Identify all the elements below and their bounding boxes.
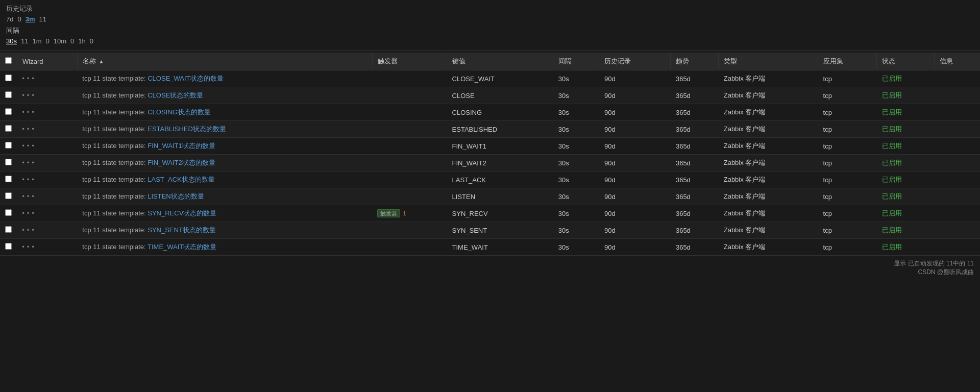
row-appset: tcp	[818, 172, 877, 188]
row-checkbox[interactable]	[5, 209, 12, 216]
row-dot-menu[interactable]: • • •	[17, 121, 78, 138]
header-checkbox-cell[interactable]	[0, 53, 17, 70]
row-name-link[interactable]: SYN_SENT状态的数量	[148, 226, 216, 234]
row-status[interactable]: 已启用	[877, 87, 935, 104]
row-checkbox-cell[interactable]	[0, 87, 17, 104]
row-name-prefix: tcp 11 state template:	[82, 108, 148, 116]
row-name-link[interactable]: TIME_WAIT状态的数量	[148, 243, 216, 251]
row-checkbox-cell[interactable]	[0, 138, 17, 155]
row-checkbox[interactable]	[5, 142, 12, 149]
footer-watermark: CSDN @愿听风成曲	[918, 268, 974, 276]
row-checkbox-cell[interactable]	[0, 222, 17, 239]
row-dot-menu[interactable]: • • •	[17, 222, 78, 239]
history-filter-3m[interactable]: 3m	[26, 15, 35, 23]
row-checkbox-cell[interactable]	[0, 121, 17, 138]
row-status[interactable]: 已启用	[877, 239, 935, 256]
header-info: 信息	[935, 53, 980, 70]
row-checkbox[interactable]	[5, 176, 12, 182]
row-dot-menu[interactable]: • • •	[17, 87, 78, 104]
row-checkbox-cell[interactable]	[0, 104, 17, 121]
row-key: TIME_WAIT	[447, 239, 553, 256]
row-appset: tcp	[818, 205, 877, 222]
interval-filter-10m[interactable]: 10m	[54, 37, 66, 45]
row-history: 90d	[599, 70, 671, 87]
row-checkbox-cell[interactable]	[0, 172, 17, 188]
row-trigger[interactable]: 触发器 1	[372, 205, 447, 222]
row-checkbox-cell[interactable]	[0, 205, 17, 222]
row-checkbox[interactable]	[5, 108, 12, 115]
header-trend: 趋势	[671, 53, 719, 70]
row-name-link[interactable]: CLOSE状态的数量	[148, 91, 203, 99]
row-status[interactable]: 已启用	[877, 121, 935, 138]
row-appset: tcp	[818, 70, 877, 87]
row-checkbox-cell[interactable]	[0, 155, 17, 172]
row-status[interactable]: 已启用	[877, 138, 935, 155]
row-name: tcp 11 state template: ESTABLISHED状态的数量	[77, 121, 372, 138]
row-dot-menu[interactable]: • • •	[17, 104, 78, 121]
row-interval: 30s	[553, 104, 599, 121]
row-trend: 365d	[671, 87, 719, 104]
row-history: 90d	[599, 172, 671, 188]
table-row: • • •tcp 11 state template: CLOSE_WAIT状态…	[0, 70, 980, 87]
row-dot-menu[interactable]: • • •	[17, 70, 78, 87]
row-dot-menu[interactable]: • • •	[17, 172, 78, 188]
row-name-link[interactable]: CLOSE_WAIT状态的数量	[148, 75, 223, 82]
row-checkbox-cell[interactable]	[0, 188, 17, 205]
header-name[interactable]: 名称 ▲	[77, 53, 372, 70]
interval-label: 间隔	[6, 26, 974, 35]
row-status[interactable]: 已启用	[877, 172, 935, 188]
row-history: 90d	[599, 239, 671, 256]
row-name-link[interactable]: LISTEN状态的数量	[148, 192, 204, 200]
row-appset: tcp	[818, 138, 877, 155]
header-appset: 应用集	[818, 53, 877, 70]
row-info	[935, 172, 980, 188]
row-status[interactable]: 已启用	[877, 188, 935, 205]
row-name-link[interactable]: LAST_ACK状态的数量	[148, 176, 214, 183]
row-dot-menu[interactable]: • • •	[17, 155, 78, 172]
row-checkbox-cell[interactable]	[0, 239, 17, 256]
interval-filter-30s[interactable]: 30s	[6, 37, 17, 45]
row-status[interactable]: 已启用	[877, 155, 935, 172]
row-name-prefix: tcp 11 state template:	[82, 176, 148, 183]
row-name-link[interactable]: FIN_WAIT1状态的数量	[148, 142, 215, 150]
row-dot-menu[interactable]: • • •	[17, 205, 78, 222]
interval-filter-1h[interactable]: 1h	[78, 37, 85, 45]
row-history: 90d	[599, 87, 671, 104]
row-dot-menu[interactable]: • • •	[17, 239, 78, 256]
row-info	[935, 70, 980, 87]
row-history: 90d	[599, 188, 671, 205]
row-key: FIN_WAIT1	[447, 138, 553, 155]
row-name: tcp 11 state template: CLOSE状态的数量	[77, 87, 372, 104]
row-dot-menu[interactable]: • • •	[17, 188, 78, 205]
row-name-link[interactable]: ESTABLISHED状态的数量	[148, 125, 226, 133]
row-checkbox-cell[interactable]	[0, 70, 17, 87]
row-history: 90d	[599, 205, 671, 222]
select-all-checkbox[interactable]	[5, 57, 12, 64]
trigger-badge[interactable]: 触发器	[377, 209, 400, 217]
row-history: 90d	[599, 155, 671, 172]
row-trigger	[372, 121, 447, 138]
history-filter-7d[interactable]: 7d	[6, 15, 13, 23]
row-checkbox[interactable]	[5, 226, 12, 233]
row-name-link[interactable]: FIN_WAIT2状态的数量	[148, 159, 215, 166]
row-name-link[interactable]: SYN_RECV状态的数量	[148, 209, 216, 217]
row-checkbox[interactable]	[5, 243, 12, 250]
row-status[interactable]: 已启用	[877, 222, 935, 239]
row-name-link[interactable]: CLOSING状态的数量	[148, 108, 211, 116]
row-key: SYN_SENT	[447, 222, 553, 239]
row-status[interactable]: 已启用	[877, 205, 935, 222]
row-status[interactable]: 已启用	[877, 70, 935, 87]
row-checkbox[interactable]	[5, 125, 12, 132]
row-dot-menu[interactable]: • • •	[17, 138, 78, 155]
row-checkbox[interactable]	[5, 159, 12, 165]
row-checkbox[interactable]	[5, 75, 12, 81]
interval-filter-1m[interactable]: 1m	[32, 37, 41, 45]
table-row: • • •tcp 11 state template: FIN_WAIT1状态的…	[0, 138, 980, 155]
row-history: 90d	[599, 104, 671, 121]
row-name: tcp 11 state template: CLOSE_WAIT状态的数量	[77, 70, 372, 87]
history-filter-0: 0	[17, 15, 21, 23]
row-checkbox[interactable]	[5, 192, 12, 199]
row-info	[935, 104, 980, 121]
row-checkbox[interactable]	[5, 91, 12, 98]
row-status[interactable]: 已启用	[877, 104, 935, 121]
